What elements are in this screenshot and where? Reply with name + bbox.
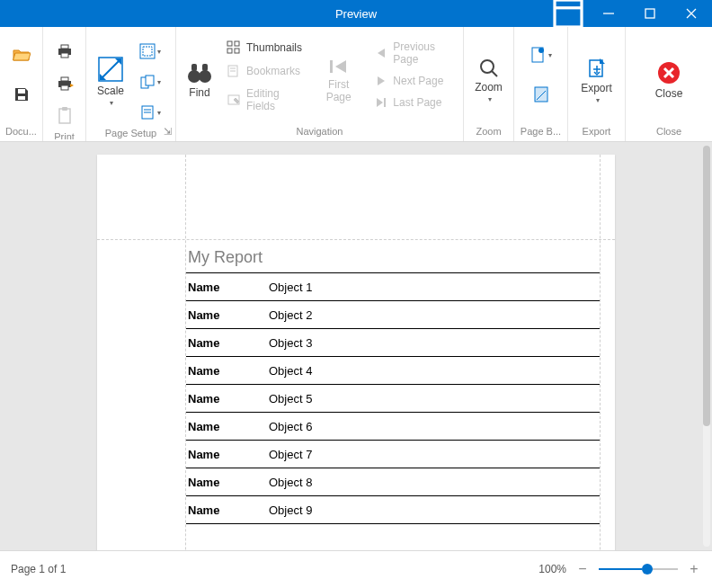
orientation-button[interactable]: ▾ (135, 68, 165, 95)
svg-rect-6 (18, 89, 25, 94)
svg-rect-33 (235, 41, 239, 46)
table-row: NameObject 7 (186, 441, 600, 468)
prev-page-icon (375, 47, 387, 59)
group-label: Close (631, 124, 707, 139)
preview-area: My Report NameObject 1NameObject 2NameOb… (0, 142, 712, 550)
row-name: Name (186, 364, 269, 378)
svg-rect-16 (62, 107, 67, 111)
close-window-button[interactable] (671, 0, 712, 27)
group-page-background: ▾ Page B... (514, 27, 568, 141)
report-rows: NameObject 1NameObject 2NameObject 3Name… (186, 272, 600, 524)
save-icon (13, 86, 30, 102)
group-print: Print (43, 27, 86, 141)
scrollbar-thumb[interactable] (703, 146, 710, 426)
editing-fields-button[interactable]: Editing Fields (223, 85, 306, 115)
maximize-button[interactable] (629, 0, 671, 27)
report-page: My Report NameObject 1NameObject 2NameOb… (97, 155, 615, 550)
svg-point-28 (188, 70, 200, 83)
page-color-icon (530, 46, 547, 64)
print-button[interactable] (53, 38, 76, 65)
page-size-icon (139, 104, 156, 120)
quick-print-icon (56, 76, 74, 92)
find-label: Find (189, 86, 209, 99)
bookmarks-button[interactable]: Bookmarks (223, 61, 306, 81)
table-row: NameObject 4 (186, 357, 600, 385)
clipboard-button[interactable] (53, 102, 76, 129)
printer-icon (56, 43, 74, 59)
thumbnails-button[interactable]: Thumbnails (223, 38, 306, 58)
editing-fields-label: Editing Fields (246, 87, 302, 112)
first-page-button[interactable]: First Page (311, 36, 366, 124)
dialog-launcher-icon[interactable]: ⇲ (164, 126, 172, 138)
editing-fields-icon (227, 93, 241, 107)
window-controls (588, 0, 712, 27)
zoom-control: 100% − + (538, 560, 701, 578)
chevron-down-icon: ▾ (157, 109, 161, 117)
table-row: NameObject 5 (186, 385, 600, 413)
row-name: Name (186, 281, 269, 294)
orientation-icon (139, 74, 156, 90)
group-zoom: Zoom ▾ Zoom (464, 27, 514, 141)
page-indicator: Page 1 of 1 (11, 563, 66, 575)
svg-rect-10 (61, 53, 68, 58)
clipboard-icon (58, 107, 72, 125)
zoom-in-button[interactable]: + (687, 562, 701, 576)
row-value: Object 3 (269, 336, 312, 350)
svg-rect-0 (555, 0, 582, 27)
close-preview-button[interactable]: Close (650, 36, 689, 124)
scale-label: Scale (97, 85, 124, 97)
group-label: Export (574, 124, 619, 139)
report-body: My Report NameObject 1NameObject 2NameOb… (186, 246, 600, 524)
row-value: Object 7 (269, 448, 312, 461)
page-color-button[interactable]: ▾ (526, 41, 556, 68)
chevron-down-icon: ▾ (488, 95, 492, 103)
open-folder-icon (13, 48, 31, 62)
svg-line-47 (492, 71, 497, 76)
row-value: Object 6 (269, 420, 312, 433)
scale-button[interactable]: Scale ▾ (92, 36, 129, 126)
zoom-out-button[interactable]: − (575, 562, 590, 576)
svg-marker-43 (378, 76, 385, 85)
margins-icon (139, 43, 156, 59)
quick-print-button[interactable] (53, 70, 76, 97)
close-icon (656, 60, 681, 85)
group-page-setup: Scale ▾ ▾ ▾ ▾ Page Setup ⇲ (86, 27, 176, 141)
svg-rect-3 (645, 9, 654, 18)
slider-track-fill (599, 568, 642, 570)
statusbar: Page 1 of 1 100% − + (0, 550, 712, 586)
slider-knob[interactable] (642, 564, 653, 575)
export-icon (586, 57, 608, 80)
table-row: NameObject 8 (186, 468, 600, 496)
thumbnails-icon (227, 40, 241, 55)
row-value: Object 1 (269, 281, 312, 294)
last-page-button[interactable]: Last Page (371, 94, 458, 111)
table-row: NameObject 1 (186, 273, 600, 301)
chevron-down-icon: ▾ (110, 99, 113, 107)
zoom-button[interactable]: Zoom ▾ (469, 36, 508, 124)
bookmarks-icon (227, 64, 241, 78)
vertical-scrollbar[interactable] (703, 146, 710, 547)
svg-rect-35 (235, 49, 239, 53)
page-size-button[interactable]: ▾ (135, 99, 165, 126)
row-value: Object 9 (269, 503, 312, 517)
next-page-button[interactable]: Next Page (371, 72, 458, 90)
svg-rect-22 (143, 47, 152, 56)
margins-button[interactable]: ▾ (135, 38, 165, 65)
open-button[interactable] (10, 41, 33, 68)
minimize-button[interactable] (588, 0, 629, 27)
row-name: Name (186, 392, 269, 405)
save-button[interactable] (10, 81, 33, 108)
watermark-button[interactable] (530, 81, 553, 108)
row-value: Object 2 (269, 308, 312, 322)
svg-rect-13 (61, 85, 68, 90)
svg-rect-30 (191, 64, 197, 71)
export-button[interactable]: Export ▾ (575, 36, 618, 124)
row-value: Object 8 (269, 476, 312, 489)
row-name: Name (186, 336, 269, 350)
find-button[interactable]: Find (182, 36, 218, 124)
group-close: Close Close (626, 27, 712, 141)
group-navigation: Find Thumbnails Bookmarks Editing Fields (176, 27, 464, 141)
previous-page-button[interactable]: Previous Page (371, 38, 458, 68)
zoom-slider[interactable] (599, 560, 678, 578)
ribbon-display-options-button[interactable] (550, 0, 586, 27)
